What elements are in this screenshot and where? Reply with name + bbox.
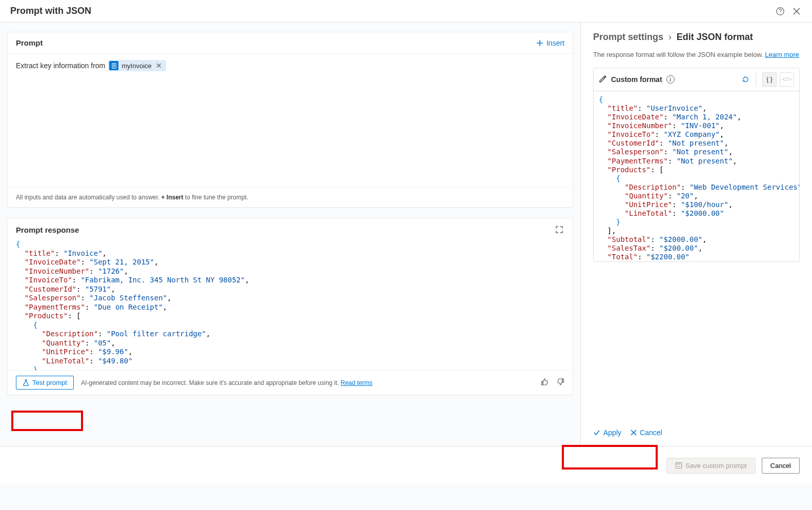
settings-cancel-label: Cancel [640, 429, 662, 437]
breadcrumb-parent[interactable]: Prompt settings [593, 32, 663, 42]
response-title: Prompt response [16, 226, 79, 234]
chevron-right-icon: › [668, 32, 672, 42]
page-title: Prompt with JSON [10, 6, 91, 16]
code-view-button[interactable]: </> [780, 72, 794, 87]
save-label: Save custom prompt [685, 462, 746, 470]
test-prompt-button[interactable]: Test prompt [16, 376, 74, 390]
test-prompt-label: Test prompt [32, 379, 67, 386]
format-editor: Custom format i { } </> { "title": "User… [593, 68, 800, 262]
cancel-button[interactable]: Cancel [762, 458, 800, 474]
cancel-label: Cancel [770, 462, 791, 470]
prompt-title: Prompt [16, 38, 43, 47]
read-terms-link[interactable]: Read terms [341, 379, 373, 386]
page-footer: Save custom prompt Cancel [0, 446, 812, 484]
svg-point-1 [780, 13, 780, 13]
reset-icon[interactable] [742, 72, 756, 87]
close-icon[interactable] [791, 6, 802, 16]
insert-button[interactable]: Insert [536, 39, 564, 47]
settings-cancel-button[interactable]: Cancel [631, 429, 662, 437]
prompt-card: Prompt Insert Extract key information fr… [7, 32, 573, 208]
format-json-editor[interactable]: { "title": "UserInvoice", "InvoiceDate":… [594, 91, 799, 261]
expand-icon[interactable] [554, 225, 564, 235]
variable-chip[interactable]: myInvoice ✕ [108, 60, 166, 71]
settings-description: The response format will follow the JSON… [581, 49, 812, 65]
edit-icon [599, 75, 607, 85]
prompt-text: Extract key information from [16, 62, 105, 70]
thumbs-up-icon[interactable] [541, 378, 549, 387]
learn-more-link[interactable]: Learn more [765, 51, 799, 58]
info-icon[interactable]: i [666, 75, 675, 84]
thumbs-down-icon[interactable] [556, 378, 564, 387]
breadcrumb-current: Edit JSON format [677, 32, 753, 42]
response-json[interactable]: { "title": "Invoice", "InvoiceDate": "Se… [8, 238, 573, 370]
page-header: Prompt with JSON [0, 0, 812, 23]
save-custom-prompt-button: Save custom prompt [666, 458, 755, 474]
prompt-hint: All inputs and data are automatically us… [8, 187, 573, 207]
json-view-button[interactable]: { } [762, 72, 777, 87]
chip-remove-icon[interactable]: ✕ [155, 62, 163, 70]
breadcrumb: Prompt settings › Edit JSON format [581, 23, 812, 49]
insert-label: Insert [546, 39, 564, 47]
document-icon [109, 61, 118, 70]
format-title: Custom format [611, 75, 662, 84]
apply-label: Apply [603, 429, 621, 437]
apply-button[interactable]: Apply [593, 429, 621, 437]
disclaimer-text: AI-generated content may be incorrect. M… [81, 379, 534, 386]
svg-rect-3 [676, 463, 682, 468]
settings-panel: Prompt settings › Edit JSON format The r… [580, 23, 812, 446]
chip-label: myInvoice [121, 62, 152, 70]
response-card: Prompt response { "title": "Invoice", "I… [7, 218, 573, 395]
help-icon[interactable] [775, 6, 785, 16]
prompt-input[interactable]: Extract key information from myInvoice ✕ [8, 54, 573, 187]
